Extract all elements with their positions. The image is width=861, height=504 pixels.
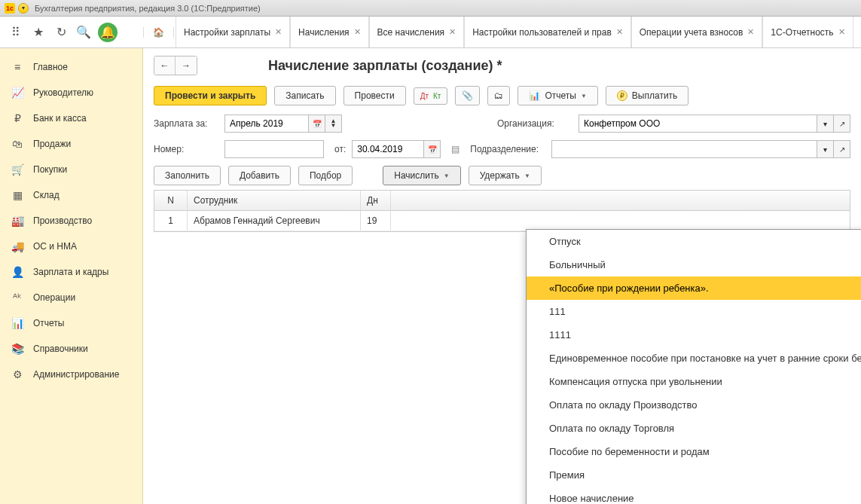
page-title: Начисление зарплаты (создание) * bbox=[268, 58, 502, 74]
number-field[interactable] bbox=[224, 140, 324, 158]
sidebar-item-11[interactable]: 📚Справочники bbox=[0, 336, 142, 362]
tab-4[interactable]: Операции учета взносов✕ bbox=[631, 17, 763, 47]
deduct-button[interactable]: Удержать▼ bbox=[469, 166, 542, 185]
sidebar-icon: 🛒 bbox=[11, 163, 24, 176]
dropdown-item-6[interactable]: Компенсация отпуска при увольнении bbox=[527, 370, 861, 393]
sidebar-item-2[interactable]: ₽Банк и касса bbox=[0, 105, 142, 131]
number-input[interactable] bbox=[230, 144, 319, 154]
star-icon[interactable]: ★ bbox=[30, 24, 47, 41]
col-n[interactable]: N bbox=[154, 191, 188, 210]
dropdown-item-5[interactable]: Единовременное пособие при постановке на… bbox=[527, 347, 861, 370]
dept-input[interactable] bbox=[557, 144, 812, 154]
add-button[interactable]: Добавить bbox=[228, 166, 291, 185]
sidebar-icon: ₽ bbox=[11, 112, 24, 124]
dropdown-item-9[interactable]: Пособие по беременности и родам bbox=[527, 440, 861, 463]
tab-close-icon[interactable]: ✕ bbox=[747, 27, 754, 37]
save-button[interactable]: Записать bbox=[274, 86, 335, 105]
sidebar-item-5[interactable]: ▦Склад bbox=[0, 182, 142, 208]
sidebar-item-label: Справочники bbox=[33, 344, 88, 354]
structure-icon[interactable]: 🗂 bbox=[487, 86, 510, 105]
sidebar-item-label: Банк и касса bbox=[33, 113, 87, 124]
dept-open-icon[interactable]: ↗ bbox=[834, 140, 850, 158]
sidebar-item-9[interactable]: ᴬᵏОперации bbox=[0, 285, 142, 310]
sidebar-item-8[interactable]: 👤Зарплата и кадры bbox=[0, 259, 142, 285]
date-field[interactable]: 📅 bbox=[352, 140, 441, 158]
org-label: Организация: bbox=[497, 118, 572, 129]
apps-icon[interactable]: ⠿ bbox=[8, 24, 24, 41]
table-row[interactable]: 1 Абрамов Геннадий Сергеевич 19 bbox=[154, 211, 850, 231]
sidebar-icon: ≡ bbox=[11, 61, 24, 73]
select-button[interactable]: Подбор bbox=[298, 166, 353, 185]
dropdown-item-1[interactable]: Больничный bbox=[527, 253, 861, 276]
dropdown-item-11[interactable]: Новое начисление bbox=[527, 487, 861, 504]
sidebar-icon: 📈 bbox=[11, 87, 24, 99]
dropdown-item-10[interactable]: Премия bbox=[527, 463, 861, 487]
accrue-button[interactable]: Начислить▼ bbox=[383, 166, 460, 185]
sidebar-item-label: Продажи bbox=[33, 139, 71, 149]
reports-button[interactable]: 📊Отчеты▼ bbox=[518, 86, 597, 105]
sidebar-item-4[interactable]: 🛒Покупки bbox=[0, 157, 142, 182]
fill-button[interactable]: Заполнить bbox=[154, 166, 221, 185]
pay-button[interactable]: ₽Выплатить bbox=[606, 86, 689, 105]
titlebar: 1c ▾ Бухгалтерия предприятия, редакция 3… bbox=[0, 0, 861, 17]
sidebar-item-3[interactable]: 🛍Продажи bbox=[0, 131, 142, 157]
dropdown-item-8[interactable]: Оплата по окладу Торговля bbox=[527, 417, 861, 440]
dropdown-item-7[interactable]: Оплата по окладу Производство bbox=[527, 393, 861, 417]
tab-close-icon[interactable]: ✕ bbox=[838, 27, 845, 37]
date-calendar-icon[interactable]: 📅 bbox=[424, 140, 441, 158]
col-employee[interactable]: Сотрудник bbox=[188, 191, 361, 210]
sidebar-item-12[interactable]: ⚙Администрирование bbox=[0, 362, 142, 387]
dept-dropdown-icon[interactable]: ▾ bbox=[817, 140, 834, 158]
tab-close-icon[interactable]: ✕ bbox=[275, 27, 282, 37]
dept-field[interactable]: ▾ ↗ bbox=[551, 140, 850, 158]
notifications-icon[interactable]: 🔔 bbox=[98, 23, 118, 42]
col-days[interactable]: Дн bbox=[361, 191, 391, 210]
dropdown-item-2[interactable]: «Пособие при рождении ребенка». bbox=[527, 276, 861, 300]
sidebar-item-0[interactable]: ≡Главное bbox=[0, 54, 142, 80]
attach-icon[interactable]: 📎 bbox=[455, 86, 480, 105]
tab-2[interactable]: Все начисления✕ bbox=[369, 17, 465, 47]
comment-icon[interactable]: ▤ bbox=[451, 144, 460, 154]
tab-5[interactable]: 1С-Отчетность✕ bbox=[762, 17, 853, 47]
tab-close-icon[interactable]: ✕ bbox=[354, 27, 361, 37]
sidebar-item-label: Руководителю bbox=[33, 87, 93, 98]
forward-button[interactable]: → bbox=[176, 57, 197, 75]
post-button[interactable]: Провести bbox=[343, 86, 406, 105]
dropdown-item-4[interactable]: 1111 bbox=[527, 323, 861, 347]
sidebar-icon: ▦ bbox=[11, 189, 24, 201]
app-dropdown-icon[interactable]: ▾ bbox=[18, 3, 29, 14]
sidebar-item-6[interactable]: 🏭Производство bbox=[0, 208, 142, 234]
dtkt-icon[interactable]: ДтКт bbox=[414, 87, 448, 105]
sidebar-icon: ᴬᵏ bbox=[11, 292, 24, 304]
org-input[interactable] bbox=[584, 118, 812, 129]
sidebar-item-label: Операции bbox=[33, 292, 75, 303]
sidebar-item-1[interactable]: 📈Руководителю bbox=[0, 80, 142, 105]
tab-3[interactable]: Настройки пользователей и прав✕ bbox=[464, 17, 631, 47]
org-field[interactable]: ▾ ↗ bbox=[579, 115, 850, 133]
history-icon[interactable]: ↻ bbox=[53, 24, 69, 41]
month-input[interactable] bbox=[230, 118, 304, 129]
org-open-icon[interactable]: ↗ bbox=[834, 115, 850, 133]
document-tabs: Настройки зарплаты✕Начисления✕Все начисл… bbox=[176, 17, 853, 47]
month-field[interactable]: 📅 ▲▼ bbox=[224, 115, 342, 133]
month-spinner[interactable]: ▲▼ bbox=[325, 115, 342, 133]
search-icon[interactable]: 🔍 bbox=[75, 24, 92, 41]
main-toolbar: ⠿ ★ ↻ 🔍 🔔 🏠 Настройки зарплаты✕Начислени… bbox=[0, 17, 861, 48]
tab-close-icon[interactable]: ✕ bbox=[616, 27, 623, 37]
home-tab[interactable]: 🏠 bbox=[143, 27, 174, 38]
sidebar-icon: 📊 bbox=[11, 317, 24, 329]
org-dropdown-icon[interactable]: ▾ bbox=[817, 115, 834, 133]
calendar-icon[interactable]: 📅 bbox=[309, 115, 325, 133]
tab-close-icon[interactable]: ✕ bbox=[449, 27, 456, 37]
sidebar-item-10[interactable]: 📊Отчеты bbox=[0, 310, 142, 336]
back-button[interactable]: ← bbox=[154, 57, 176, 75]
tab-1[interactable]: Начисления✕ bbox=[290, 17, 369, 47]
dropdown-item-3[interactable]: 111 bbox=[527, 300, 861, 323]
dropdown-item-0[interactable]: Отпуск bbox=[527, 230, 861, 253]
post-and-close-button[interactable]: Провести и закрыть bbox=[154, 86, 267, 105]
app-logo-icon: 1c bbox=[5, 3, 15, 14]
tab-0[interactable]: Настройки зарплаты✕ bbox=[176, 17, 290, 47]
date-input[interactable] bbox=[357, 144, 419, 154]
sidebar-item-label: Покупки bbox=[33, 164, 67, 175]
sidebar-item-7[interactable]: 🚚ОС и НМА bbox=[0, 234, 142, 259]
